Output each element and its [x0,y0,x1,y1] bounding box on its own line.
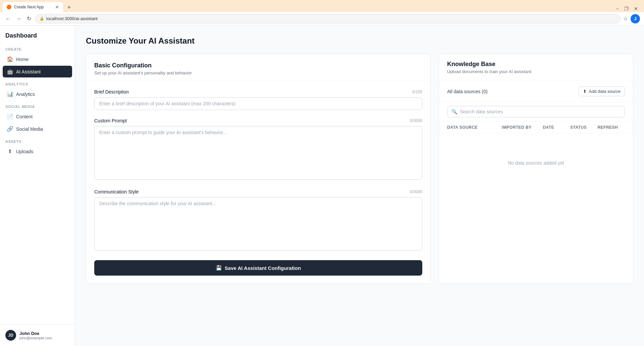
dashboard-title: Dashboard [5,32,69,39]
col-header-data-source: Data source [447,125,502,130]
sidebar-section-assets: ASSETS ⬆ Uploads [0,137,75,159]
ai-assistant-icon: 🤖 [7,68,13,75]
basic-config-header: Basic Configuration Set up your AI assis… [86,54,430,81]
knowledge-base-header: Knowledge Base Upload documents to train… [439,54,633,81]
col-header-refresh: Refresh [597,125,625,130]
upload-icon: ⬆ [583,89,587,94]
social-media-icon: 🔗 [7,126,13,132]
sidebar-item-ai-assistant[interactable]: 🤖 AI Assistant [3,66,72,77]
sidebar-item-label: Analytics [16,92,35,97]
brief-description-label: Brief Description [94,89,129,95]
brief-description-group: Brief Description 0/150 [94,89,422,110]
restore-button[interactable]: ❐ [622,5,631,12]
user-avatar: JD [5,330,16,341]
new-tab-button[interactable]: + [64,3,74,12]
sidebar-section-analytics: ANALYTICS 📊 Analytics [0,79,75,102]
search-input[interactable] [460,109,621,114]
communication-style-label: Communication Style [94,189,139,194]
basic-config-body: Brief Description 0/150 Custom Prompt 0/… [86,81,430,284]
custom-prompt-textarea[interactable] [94,126,422,180]
user-info: John Doe john@example.com [19,331,52,340]
sidebar-item-uploads[interactable]: ⬆ Uploads [3,146,72,157]
brief-description-label-row: Brief Description 0/150 [94,89,422,95]
forward-button[interactable]: → [15,15,23,22]
sidebar-header: Dashboard [0,25,75,45]
knowledge-base-search-row: 🔍 [439,102,633,122]
add-data-source-button[interactable]: ⬆ Add data source [579,86,625,96]
search-container: 🔍 [447,106,625,117]
search-icon: 🔍 [451,109,457,114]
home-icon: 🏠 [7,56,13,62]
sources-count-label: All data sources (0) [447,89,488,94]
browser-toolbar: ← → ↻ 🔒 ☆ J [0,12,644,25]
social-media-section-label: SOCIAL MEDIA [3,105,72,111]
reload-button[interactable]: ↻ [25,15,33,22]
assets-section-label: ASSETS [3,139,72,146]
page-title: Customize Your AI Assistant [86,36,633,46]
url-input[interactable] [46,16,616,21]
col-header-imported-by: Imported by [502,125,543,130]
custom-prompt-label-row: Custom Prompt 0/3000 [94,118,422,123]
custom-prompt-counter: 0/3000 [410,118,422,123]
content-grid: Basic Configuration Set up your AI assis… [86,54,633,284]
basic-config-card: Basic Configuration Set up your AI assis… [86,54,431,284]
profile-avatar[interactable]: J [631,14,640,23]
browser-chrome: Create Next App ✕ + − ❐ ✕ ← → ↻ 🔒 ☆ J [0,0,644,25]
basic-config-subtitle: Set up your AI assistant's personality a… [94,70,422,75]
analytics-icon: 📊 [7,91,13,97]
sidebar-item-label: Social Media [16,126,43,132]
minimize-button[interactable]: − [614,5,621,12]
analytics-section-label: ANALYTICS [3,82,72,88]
communication-style-group: Communication Style 0/3000 [94,189,422,252]
browser-actions: ☆ J [623,14,640,23]
sidebar-item-label: AI Assistant [16,69,41,74]
app-container: Dashboard CREATE 🏠 Home 🤖 AI Assistant A… [0,25,644,346]
bookmark-icon[interactable]: ☆ [623,15,628,22]
tab-close-button[interactable]: ✕ [55,5,59,9]
sidebar-item-label: Uploads [16,149,33,154]
knowledge-base-subtitle: Upload documents to train your AI assist… [447,69,625,74]
add-source-label: Add data source [589,89,621,94]
browser-tab[interactable]: Create Next App ✕ [3,2,63,12]
brief-description-input[interactable] [94,97,422,110]
sidebar-section-social-media: SOCIAL MEDIA 📄 Content 🔗 Social Media [0,102,75,137]
knowledge-base-title: Knowledge Base [447,61,625,68]
close-button[interactable]: ✕ [632,5,640,12]
sidebar-item-content[interactable]: 📄 Content [3,111,72,122]
lock-icon: 🔒 [40,16,44,21]
col-header-status: Status [570,125,598,130]
empty-state: No data sources added yet [439,133,633,192]
user-name: John Doe [19,331,52,336]
communication-style-counter: 0/3000 [410,189,422,194]
tab-favicon [7,5,11,9]
main-content: Customize Your AI Assistant Basic Config… [75,25,644,346]
user-email: john@example.com [19,336,52,340]
knowledge-base-toolbar: All data sources (0) ⬆ Add data source [439,81,633,102]
brief-description-counter: 0/150 [412,90,422,94]
back-button[interactable]: ← [4,15,12,22]
communication-style-label-row: Communication Style 0/3000 [94,189,422,194]
col-header-date: Date [543,125,570,130]
communication-style-textarea[interactable] [94,197,422,251]
sidebar-section-create: CREATE 🏠 Home 🤖 AI Assistant [0,45,75,79]
empty-state-message: No data sources added yet [508,160,564,166]
tab-title: Create Next App [14,5,52,9]
sidebar-item-analytics[interactable]: 📊 Analytics [3,88,72,100]
save-icon: 💾 [216,265,222,271]
sidebar: Dashboard CREATE 🏠 Home 🤖 AI Assistant A… [0,25,75,346]
browser-tab-bar: Create Next App ✕ + − ❐ ✕ [0,0,644,12]
address-bar[interactable]: 🔒 [35,14,621,23]
save-config-button[interactable]: 💾 Save AI Assistant Configuration [94,260,422,276]
create-section-label: CREATE [3,47,72,53]
sidebar-item-social-media[interactable]: 🔗 Social Media [3,123,72,135]
sidebar-footer: JD John Doe john@example.com [0,324,75,346]
sidebar-item-label: Home [16,57,29,62]
custom-prompt-group: Custom Prompt 0/3000 [94,118,422,181]
sidebar-item-label: Content [16,114,33,119]
knowledge-base-card: Knowledge Base Upload documents to train… [439,54,633,284]
custom-prompt-label: Custom Prompt [94,118,127,123]
table-header: Data source Imported by Date Status Refr… [439,122,633,133]
save-button-label: Save AI Assistant Configuration [225,265,301,271]
basic-config-title: Basic Configuration [94,62,422,69]
sidebar-item-home[interactable]: 🏠 Home [3,53,72,65]
